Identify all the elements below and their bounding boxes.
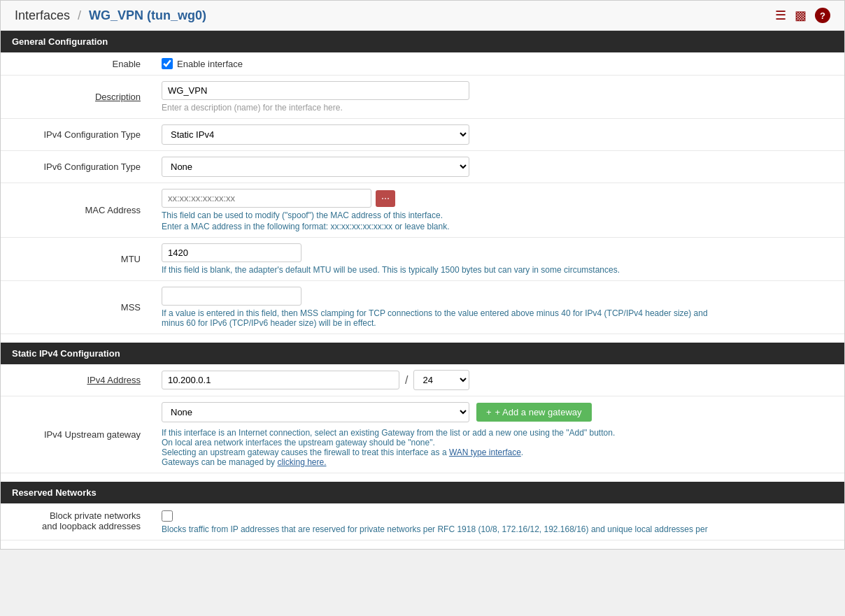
breadcrumb-static: Interfaces [15,8,70,22]
static-ipv4-header: Static IPv4 Configuration [1,343,844,364]
page-wrapper: Interfaces / WG_VPN (tun_wg0) ☰ ▩ ? Gene… [0,0,845,550]
ipv4-type-label: IPv4 Configuration Type [1,119,155,151]
ipv4-address-row: IPv4 Address / 16171819 20212223 2425262… [1,364,844,396]
mac-address-row: MAC Address ⋯ This field can be used to … [1,183,844,238]
description-row: Description Enter a description (name) f… [1,76,844,119]
static-ipv4-section: Static IPv4 Configuration IPv4 Address /… [1,343,844,473]
ipv6-type-select[interactable]: None Static IPv6 DHCP6 SLAAC [162,157,469,177]
gateway-help-block: If this interface is an Internet connect… [162,428,836,467]
add-gateway-button[interactable]: + + Add a new gateway [476,403,592,422]
mac-address-label: MAC Address [1,183,155,238]
gateway-help-2: On local area network interfaces the ups… [162,438,836,447]
mtu-input[interactable] [162,243,301,262]
upstream-gateway-row: IPv4 Upstream gateway None + + Add a new… [1,396,844,473]
block-private-value: Blocks traffic from IP addresses that ar… [155,503,844,540]
mss-label: MSS [1,281,155,334]
ipv6-type-row: IPv6 Configuration Type None Static IPv6… [1,151,844,183]
enable-label: Enable [1,52,155,76]
general-config-table: Enable Enable interface Description Ente… [1,52,844,334]
plus-icon: + [486,407,492,417]
ipv4-address-value: / 16171819 20212223 24252627 2829303132 [155,364,844,396]
mtu-row: MTU If this field is blank, the adapter'… [1,238,844,281]
page-header: Interfaces / WG_VPN (tun_wg0) ☰ ▩ ? [1,1,844,31]
description-help: Enter a description (name) for the inter… [162,103,836,113]
ipv4-address-label: IPv4 Address [1,364,155,396]
breadcrumb-separator: / [78,8,81,22]
enable-row: Enable Enable interface [1,52,844,76]
block-private-help: Blocks traffic from IP addresses that ar… [162,524,721,534]
mtu-help: If this field is blank, the adapter's de… [162,265,651,275]
add-gateway-label: + Add a new gateway [495,407,582,417]
mtu-value: If this field is blank, the adapter's de… [155,238,844,281]
mss-row: MSS If a value is entered in this field,… [1,281,844,334]
ipv4-addr-row: / 16171819 20212223 24252627 2829303132 [162,370,836,390]
mac-random-button[interactable]: ⋯ [376,190,395,207]
ipv6-type-value: None Static IPv6 DHCP6 SLAAC [155,151,844,183]
enable-interface-checkbox[interactable] [162,58,173,69]
breadcrumb-current: WG_VPN (tun_wg0) [89,8,206,22]
mtu-label: MTU [1,238,155,281]
enable-value: Enable interface [155,52,844,76]
description-label: Description [1,76,155,119]
upstream-gateway-label: IPv4 Upstream gateway [1,396,155,473]
gateway-help-3: Selecting an upstream gateway causes the… [162,447,836,457]
reserved-networks-section: Reserved Networks Block private networks… [1,482,844,540]
mss-help: If a value is entered in this field, the… [162,308,721,328]
enable-checkbox-row: Enable interface [162,58,836,69]
gateway-row: None + + Add a new gateway [162,402,836,422]
cidr-select[interactable]: 16171819 20212223 24252627 2829303132 [413,370,469,390]
mss-value: If a value is entered in this field, the… [155,281,844,334]
upstream-gateway-value: None + + Add a new gateway If this inter… [155,396,844,473]
ipv4-type-value: Static IPv4 None DHCP PPPoE [155,119,844,151]
reserved-networks-header: Reserved Networks [1,482,844,503]
mss-input[interactable] [162,287,301,306]
ipv6-type-label: IPv6 Configuration Type [1,151,155,183]
block-private-row: Block private networksand loopback addre… [1,503,844,540]
ipv4-address-input[interactable] [162,371,399,389]
cidr-separator: / [405,374,408,387]
help-icon[interactable]: ? [815,8,830,23]
mac-help-1: This field can be used to modify ("spoof… [162,210,836,220]
clicking-here-link[interactable]: clicking here. [277,457,326,467]
general-config-section: General Configuration Enable Enable inte… [1,31,844,334]
block-private-label: Block private networksand loopback addre… [1,503,155,540]
ipv4-type-row: IPv4 Configuration Type Static IPv4 None… [1,119,844,151]
mac-address-input[interactable] [162,189,371,208]
reserved-networks-table: Block private networksand loopback addre… [1,503,844,540]
block-private-checkbox[interactable] [162,510,173,522]
ipv4-type-select[interactable]: Static IPv4 None DHCP PPPoE [162,124,469,145]
description-input[interactable] [162,81,469,100]
enable-interface-label[interactable]: Enable interface [177,59,243,69]
upstream-gateway-select[interactable]: None [162,402,469,422]
mac-address-value: ⋯ This field can be used to modify ("spo… [155,183,844,238]
description-value: Enter a description (name) for the inter… [155,76,844,119]
sliders-icon[interactable]: ☰ [775,8,786,23]
chart-icon[interactable]: ▩ [795,8,807,23]
breadcrumb: Interfaces / WG_VPN (tun_wg0) [15,8,206,23]
gateway-help-1: If this interface is an Internet connect… [162,428,836,438]
mac-help-2: Enter a MAC address in the following for… [162,222,836,231]
gateway-help-4: Gateways can be managed by clicking here… [162,457,836,467]
header-icons: ☰ ▩ ? [775,8,830,23]
mac-input-row: ⋯ [162,189,836,208]
wan-type-link[interactable]: WAN type interface [449,447,521,457]
block-private-row-inner [162,509,836,522]
general-config-header: General Configuration [1,31,844,52]
static-ipv4-table: IPv4 Address / 16171819 20212223 2425262… [1,364,844,473]
